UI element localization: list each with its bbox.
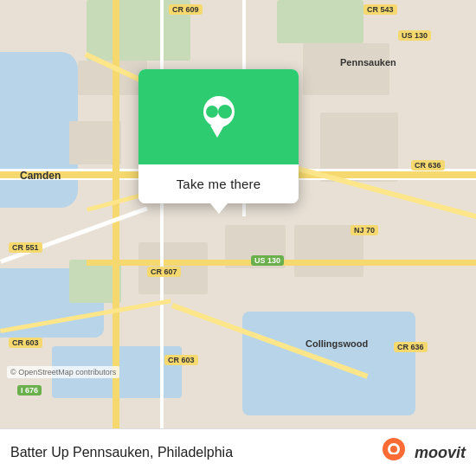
- nj70-label: NJ 70: [351, 225, 378, 235]
- cr543-label: CR 543: [363, 4, 397, 15]
- svg-point-2: [390, 446, 397, 453]
- block: [303, 43, 389, 95]
- cr636-bot-label: CR 636: [394, 342, 428, 352]
- location-pin: [202, 96, 236, 138]
- place-name: Batter Up Pennsauken, Philadelphia: [10, 445, 375, 460]
- cr551-label: CR 551: [9, 242, 42, 253]
- cr603-left-label: CR 603: [9, 338, 42, 348]
- pennsauken-label: Pennsauken: [338, 56, 399, 68]
- us130-mid-label: US 130: [251, 255, 284, 266]
- pin-tail: [210, 125, 224, 138]
- popup-card: Take me there: [138, 69, 299, 203]
- moovit-text: moovit: [415, 444, 466, 462]
- us130-top-label: US 130: [398, 30, 431, 41]
- moovit-logo: moovit: [382, 437, 466, 468]
- camden-label: Camden: [17, 169, 63, 183]
- popup-header: [138, 69, 299, 164]
- road-vertical-2: [160, 0, 164, 428]
- moovit-logo-icon: [382, 437, 413, 468]
- cr607-label: CR 607: [147, 267, 181, 277]
- i676-label: I 676: [17, 385, 42, 396]
- park-area-2: [277, 0, 363, 43]
- collingswood-label: Collingswood: [303, 338, 370, 350]
- map-container: CR 543 US 130 Pennsauken CR 609 Camden C…: [0, 0, 476, 428]
- take-me-there-button[interactable]: Take me there: [170, 173, 268, 195]
- pin-circle: [203, 96, 235, 127]
- map-attribution: © OpenStreetMap contributors: [7, 366, 119, 378]
- cr603-mid-label: CR 603: [164, 355, 198, 365]
- water-body: [0, 52, 78, 208]
- popup-bottom: Take me there: [138, 164, 299, 203]
- cr636-right-label: CR 636: [411, 160, 445, 170]
- bottom-bar: Batter Up Pennsauken, Philadelphia moovi…: [0, 428, 476, 476]
- cr609-label: CR 609: [169, 4, 203, 15]
